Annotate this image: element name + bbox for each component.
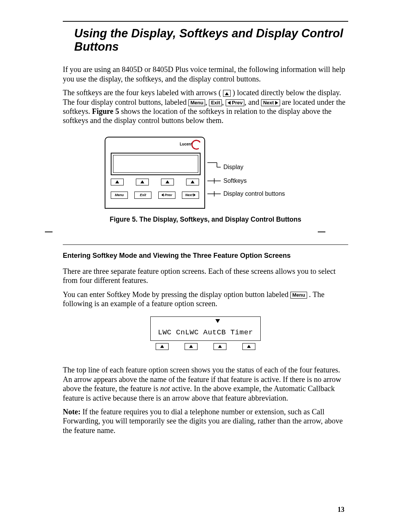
feature-screens-paragraph: There are three separate feature option … xyxy=(63,267,348,285)
intro-paragraph: If you are using an 8405D or 8405D Plus … xyxy=(63,65,348,83)
text: If the feature requires you to dial a te… xyxy=(63,407,343,435)
prev-keycap: Prev xyxy=(226,99,244,106)
softkey-icon xyxy=(156,343,169,350)
device-brand: Lucent xyxy=(180,142,192,146)
up-arrow-icon xyxy=(223,90,231,97)
device-illustration: Lucent Menu Exit Prev Next xyxy=(105,137,205,209)
figure-ref: Figure 5 xyxy=(92,107,119,115)
softkey-icon xyxy=(161,179,174,185)
device-next-button: Next xyxy=(182,192,199,199)
device-menu-button: Menu xyxy=(111,192,128,199)
callout-ctrl-label: Display control buttons xyxy=(223,190,285,197)
status-paragraph: The top line of each feature option scre… xyxy=(63,365,348,403)
note-paragraph: Note: If the feature requires you to dia… xyxy=(63,407,348,435)
page-title: Using the Display, Softkeys and Display … xyxy=(74,27,348,53)
exit-keycap: Exit xyxy=(209,99,222,106)
figure-callouts: Display Softkeys Display control buttons xyxy=(207,137,306,207)
option-softkeys-row xyxy=(150,343,261,350)
note-label: Note: xyxy=(63,407,81,416)
device-display xyxy=(111,153,201,175)
active-feature-arrow-icon xyxy=(215,319,220,323)
softkey-icon xyxy=(186,179,199,185)
device-exit-button: Exit xyxy=(134,192,151,199)
option-screen: LWC CnLWC AutCB Timer xyxy=(150,316,261,341)
option-screen-text: LWC CnLWC AutCB Timer xyxy=(151,328,260,337)
section-heading: Entering Softkey Mode and Viewing the Th… xyxy=(63,252,348,260)
device-softkeys-row xyxy=(111,179,199,185)
figure-5: Lucent Menu Exit Prev Next xyxy=(105,137,306,209)
softkey-icon xyxy=(213,343,226,350)
lucent-ring-icon xyxy=(191,139,202,150)
softkeys-paragraph: The softkeys are the four keys labeled w… xyxy=(63,88,348,125)
text: , xyxy=(222,98,226,106)
device-control-row: Menu Exit Prev Next xyxy=(111,192,199,199)
menu-keycap: Menu xyxy=(290,292,307,299)
softkey-icon xyxy=(242,343,255,350)
page-number: 13 xyxy=(338,506,344,514)
text: , xyxy=(205,98,209,106)
softkey-icon xyxy=(136,179,149,185)
enter-softkey-paragraph: You can enter Softkey Mode by pressing t… xyxy=(63,290,348,308)
figure-caption: Figure 5. The Display, Softkeys, and Dis… xyxy=(63,216,348,224)
emphasis-not: not xyxy=(160,384,170,393)
text: , and xyxy=(244,98,261,106)
next-keycap: Next xyxy=(261,99,280,106)
callout-display-label: Display xyxy=(223,164,243,171)
callout-softkeys-label: Softkeys xyxy=(223,177,247,184)
text: The softkeys are the four keys labeled w… xyxy=(63,88,221,97)
feature-option-example: LWC CnLWC AutCB Timer xyxy=(150,316,261,350)
menu-keycap: Menu xyxy=(188,99,205,106)
crop-mark-left-icon xyxy=(45,232,53,232)
crop-mark-right-icon xyxy=(318,232,325,232)
softkey-icon xyxy=(185,343,198,350)
device-prev-button: Prev xyxy=(158,192,175,199)
softkey-icon xyxy=(111,179,124,185)
text: You can enter Softkey Mode by pressing t… xyxy=(63,290,290,299)
